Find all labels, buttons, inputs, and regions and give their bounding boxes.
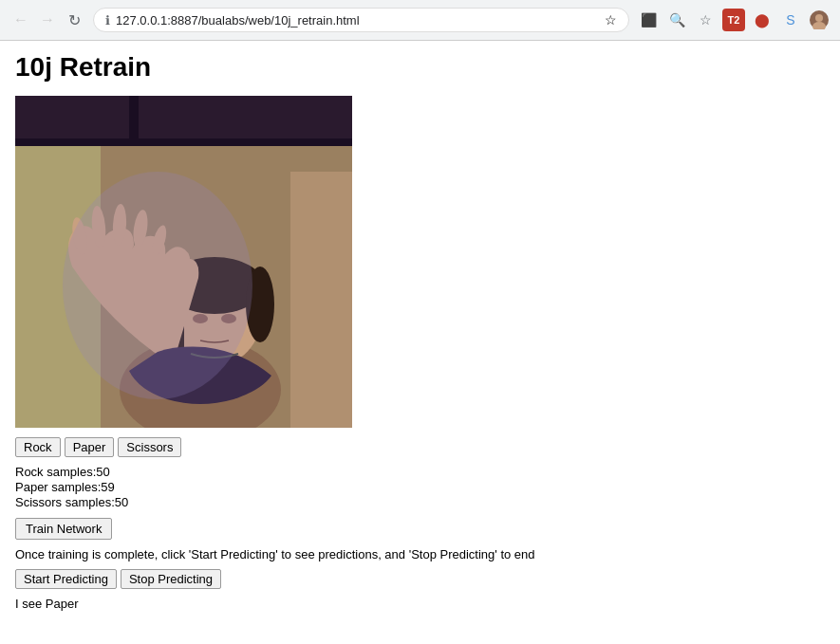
instructions-text: Once training is complete, click 'Start … xyxy=(15,547,825,561)
svg-rect-6 xyxy=(129,96,139,146)
prediction-result: I see Paper xyxy=(15,597,825,611)
zoom-icon[interactable]: 🔍 xyxy=(665,9,688,31)
train-network-button[interactable]: Train Network xyxy=(15,518,112,540)
extension3-icon[interactable]: S xyxy=(779,9,802,31)
star-icon[interactable]: ☆ xyxy=(605,12,617,28)
svg-rect-5 xyxy=(15,138,352,146)
scissors-button[interactable]: Scissors xyxy=(118,437,181,457)
browser-toolbar: ← → ↻ ℹ ☆ ⬛ 🔍 ☆ T2 ⬤ S xyxy=(0,0,840,40)
rock-samples-count: Rock samples:50 xyxy=(15,465,825,479)
webcam-image xyxy=(15,96,352,428)
profile-icon[interactable] xyxy=(808,9,831,31)
browser-chrome: ← → ↻ ℹ ☆ ⬛ 🔍 ☆ T2 ⬤ S xyxy=(0,0,840,41)
paper-button[interactable]: Paper xyxy=(65,437,115,457)
extension1-icon[interactable]: T2 xyxy=(722,9,745,31)
predict-buttons-row: Start Predicting Stop Predicting xyxy=(15,569,825,589)
back-button[interactable]: ← xyxy=(9,9,32,31)
extension2-icon[interactable]: ⬤ xyxy=(751,9,774,31)
sample-buttons-row: Rock Paper Scissors xyxy=(15,437,825,457)
stop-predicting-button[interactable]: Stop Predicting xyxy=(121,569,221,589)
svg-rect-9 xyxy=(290,172,352,428)
webcam-container xyxy=(15,96,352,428)
scissors-samples-count: Scissors samples:50 xyxy=(15,495,825,509)
browser-icons: ⬛ 🔍 ☆ T2 ⬤ S xyxy=(637,9,831,31)
start-predicting-button[interactable]: Start Predicting xyxy=(15,569,117,589)
cast-icon[interactable]: ⬛ xyxy=(637,9,660,31)
address-bar-container: ℹ ☆ xyxy=(93,8,629,32)
rock-button[interactable]: Rock xyxy=(15,437,61,457)
refresh-button[interactable]: ↻ xyxy=(63,9,85,31)
svg-rect-4 xyxy=(15,96,352,138)
svg-point-1 xyxy=(815,14,823,22)
bookmark-icon[interactable]: ☆ xyxy=(694,9,717,31)
page-title: 10j Retrain xyxy=(15,52,825,83)
page-content: 10j Retrain xyxy=(0,41,840,638)
forward-button[interactable]: → xyxy=(36,9,59,31)
paper-samples-count: Paper samples:59 xyxy=(15,480,825,494)
lock-icon: ℹ xyxy=(105,13,110,28)
nav-buttons: ← → ↻ xyxy=(9,9,85,31)
svg-point-23 xyxy=(63,172,252,399)
address-bar[interactable] xyxy=(116,13,599,28)
